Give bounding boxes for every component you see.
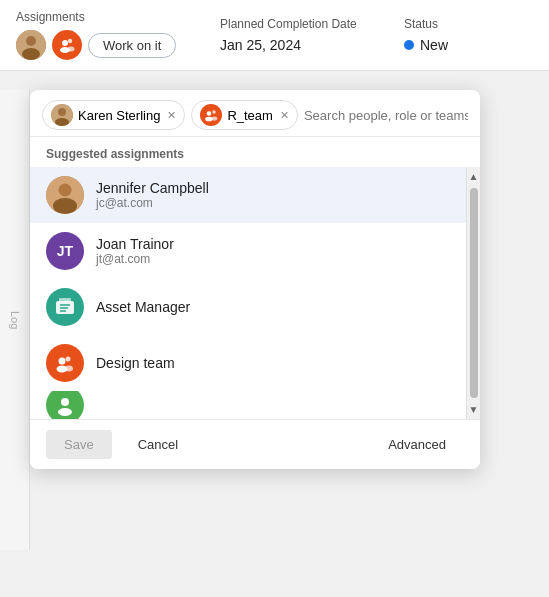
jennifer-info: Jennifer Campbell jc@at.com [96, 180, 209, 210]
suggestion-scrollbar[interactable]: ▲ ▼ [466, 167, 480, 419]
design-team-icon [46, 344, 84, 382]
scroll-down-arrow[interactable]: ▼ [467, 402, 480, 417]
status-badge: New [404, 37, 448, 53]
advanced-button[interactable]: Advanced [370, 430, 464, 459]
suggestion-asset-manager[interactable]: Asset Manager [30, 279, 480, 335]
svg-point-10 [207, 111, 212, 116]
rteam-avatar [200, 104, 222, 126]
svg-point-1 [26, 36, 36, 46]
save-button[interactable]: Save [46, 430, 112, 459]
svg-point-16 [53, 198, 77, 214]
status-column: Status New [404, 17, 448, 53]
asset-manager-name: Asset Manager [96, 299, 190, 315]
svg-point-11 [213, 110, 216, 113]
svg-point-25 [65, 366, 73, 372]
design-team-name: Design team [96, 355, 175, 371]
cancel-button[interactable]: Cancel [120, 430, 196, 459]
header-row: Assignments Work on it [0, 0, 549, 71]
svg-point-22 [59, 358, 66, 365]
status-label: Status [404, 17, 448, 31]
assignments-label: Assignments [16, 10, 196, 24]
svg-point-8 [58, 108, 66, 116]
extra-avatar [46, 391, 84, 419]
svg-point-15 [59, 184, 72, 197]
jennifer-name: Jennifer Campbell [96, 180, 209, 196]
suggestion-extra[interactable] [30, 391, 480, 419]
status-dot [404, 40, 414, 50]
suggestion-design-team[interactable]: Design team [30, 335, 480, 391]
rteam-remove-icon[interactable]: ✕ [280, 109, 289, 122]
suggestion-jennifer[interactable]: Jennifer Campbell jc@at.com [30, 167, 480, 223]
svg-rect-18 [59, 298, 71, 302]
karen-avatar [51, 104, 73, 126]
svg-point-13 [212, 117, 218, 121]
tags-area[interactable]: Karen Sterling ✕ R_team ✕ [30, 90, 480, 137]
svg-point-12 [206, 117, 214, 122]
joan-email: jt@at.com [96, 252, 174, 266]
svg-point-23 [66, 357, 71, 362]
tag-rteam: R_team ✕ [191, 100, 298, 130]
svg-point-6 [68, 47, 75, 52]
jennifer-avatar [46, 176, 84, 214]
team-avatar [52, 30, 82, 60]
rteam-name: R_team [227, 108, 273, 123]
date-label: Planned Completion Date [220, 17, 380, 31]
scroll-up-arrow[interactable]: ▲ [467, 169, 480, 184]
assignment-search-input[interactable] [304, 104, 468, 127]
person-avatar [16, 30, 46, 60]
suggestion-joan[interactable]: JT Joan Trainor jt@at.com [30, 223, 480, 279]
karen-remove-icon[interactable]: ✕ [167, 109, 176, 122]
sidebar-log-label: Log [9, 311, 21, 329]
tag-karen: Karen Sterling ✕ [42, 100, 185, 130]
joan-info: Joan Trainor jt@at.com [96, 236, 174, 266]
joan-avatar: JT [46, 232, 84, 270]
svg-point-3 [62, 40, 68, 46]
assignments-column: Assignments Work on it [16, 10, 196, 60]
scroll-thumb [470, 188, 478, 398]
work-on-it-button[interactable]: Work on it [88, 33, 176, 58]
karen-name: Karen Sterling [78, 108, 160, 123]
assignments-row: Work on it [16, 30, 196, 60]
svg-point-27 [58, 408, 72, 416]
svg-point-9 [55, 118, 69, 126]
asset-manager-icon [46, 288, 84, 326]
assignment-dropdown: Karen Sterling ✕ R_team ✕ Sugges [30, 90, 480, 469]
status-value: New [420, 37, 448, 53]
joan-name: Joan Trainor [96, 236, 174, 252]
dropdown-inner: Karen Sterling ✕ R_team ✕ Sugges [30, 90, 480, 469]
svg-point-26 [61, 398, 69, 406]
svg-point-4 [68, 39, 72, 43]
svg-point-2 [22, 48, 40, 60]
design-team-info: Design team [96, 355, 175, 371]
date-column: Planned Completion Date Jan 25, 2024 [220, 17, 380, 53]
date-value: Jan 25, 2024 [220, 37, 380, 53]
asset-manager-info: Asset Manager [96, 299, 190, 315]
suggestion-list: Jennifer Campbell jc@at.com JT Joan Trai… [30, 167, 480, 419]
suggested-label: Suggested assignments [30, 137, 480, 167]
jennifer-email: jc@at.com [96, 196, 209, 210]
sidebar-stub: Log [0, 90, 30, 550]
footer-buttons: Save Cancel Advanced [30, 419, 480, 469]
